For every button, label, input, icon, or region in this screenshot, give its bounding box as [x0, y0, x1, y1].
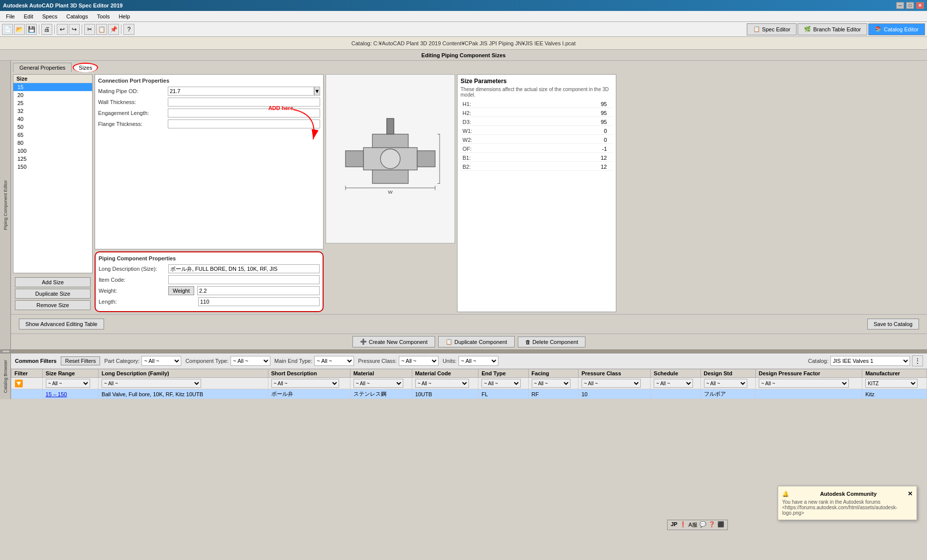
size-item-50[interactable]: 50 [13, 123, 92, 131]
add-size-button[interactable]: Add Size [15, 277, 91, 287]
size-item-20[interactable]: 20 [13, 91, 92, 99]
menu-specs[interactable]: Specs [38, 12, 62, 20]
copy-button[interactable]: 📋 [96, 24, 107, 35]
tab-general-properties[interactable]: General Properties [13, 63, 72, 72]
catalog-editor-button[interactable]: 📚 Catalog Editor [868, 23, 925, 35]
design-pressure-factor-filter-select[interactable]: ~ All ~ [759, 379, 849, 388]
notification-close-button[interactable]: ✕ [908, 490, 913, 497]
print-button[interactable]: 🖨 [41, 24, 52, 35]
catalog-browser-tab[interactable]: Catalog Browser [0, 353, 11, 399]
end-type-filter-select[interactable]: ~ All ~ [481, 379, 521, 388]
manufacturer-filter-select[interactable]: KITZ [865, 379, 918, 388]
help-button[interactable]: ? [123, 24, 134, 35]
mating-od-scroll[interactable]: ▼ [314, 87, 320, 96]
component-type-select[interactable]: ~ All ~ [231, 356, 270, 366]
tab-sizes[interactable]: Sizes [73, 63, 98, 72]
open-button[interactable]: 📂 [14, 24, 25, 35]
col-long-desc[interactable]: Long Description (Family) [99, 369, 268, 378]
maximize-button[interactable]: □ [906, 2, 914, 9]
delete-component-button[interactable]: 🗑 Delete Component [518, 336, 586, 347]
main-end-type-select[interactable]: ~ All ~ [314, 356, 354, 366]
size-item-40[interactable]: 40 [13, 115, 92, 123]
part-category-select[interactable]: ~ All ~ [141, 356, 181, 366]
short-desc-filter-select[interactable]: ~ All ~ [271, 379, 340, 388]
menu-help[interactable]: Help [115, 12, 134, 20]
size-item-150[interactable]: 150 [13, 163, 92, 171]
size-item-15[interactable]: 15 [13, 83, 92, 91]
reset-filters-button[interactable]: Reset Filters [61, 356, 101, 365]
units-select[interactable]: ~ All ~ [459, 356, 498, 366]
material-filter-select[interactable]: ~ All ~ [353, 379, 403, 388]
w2-value: 0 [492, 137, 611, 143]
duplicate-component-button[interactable]: 📋 Duplicate Component [438, 336, 515, 347]
save-button[interactable]: 💾 [26, 24, 37, 35]
weight-button[interactable]: Weight [168, 286, 194, 295]
col-design-std[interactable]: Design Std [700, 369, 756, 378]
undo-button[interactable]: ↩ [57, 24, 68, 35]
size-item-100[interactable]: 100 [13, 147, 92, 155]
tray-icon-chat[interactable]: 💬 [699, 521, 706, 529]
divider-handle[interactable] [2, 350, 10, 353]
long-desc-filter-select[interactable]: ~ All ~ [102, 379, 201, 388]
cut-button[interactable]: ✂ [84, 24, 95, 35]
new-button[interactable]: 📄 [2, 24, 13, 35]
remove-size-button[interactable]: Remove Size [15, 300, 91, 310]
size-item-32[interactable]: 32 [13, 107, 92, 115]
mating-od-input[interactable] [168, 87, 314, 96]
length-input[interactable] [198, 297, 320, 306]
wall-thickness-input[interactable] [168, 98, 320, 107]
col-design-pressure-factor[interactable]: Design Pressure Factor [756, 369, 862, 378]
piping-component-editor-tab[interactable]: Piping Component Editor [1, 178, 10, 232]
show-advanced-editing-table-button[interactable]: Show Advanced Editing Table [19, 319, 104, 330]
design-std-filter-select[interactable]: ~ All ~ [704, 379, 748, 388]
create-new-component-button[interactable]: ➕ Create New Component [352, 336, 435, 347]
col-material[interactable]: Material [350, 369, 412, 378]
col-pressure-class[interactable]: Pressure Class [579, 369, 651, 378]
prop-row-length: Length: [99, 297, 320, 306]
size-item-125[interactable]: 125 [13, 155, 92, 163]
tray-icon-help[interactable]: ❓ [708, 521, 715, 529]
catalog-options-button[interactable]: ⋮ [912, 355, 923, 366]
col-size-range[interactable]: Size Range [42, 369, 98, 378]
item-code-input[interactable] [168, 275, 320, 284]
flange-input[interactable] [168, 119, 320, 128]
paste-button[interactable]: 📌 [108, 24, 119, 35]
tray-icon-bang[interactable]: ❗ [680, 521, 687, 529]
col-short-desc[interactable]: Short Description [268, 369, 350, 378]
duplicate-size-button[interactable]: Duplicate Size [15, 289, 91, 299]
catalog-select[interactable]: JIS IEE Valves 1 [830, 356, 910, 366]
menu-edit[interactable]: Edit [20, 12, 37, 20]
col-facing[interactable]: Facing [528, 369, 578, 378]
facing-filter-select[interactable]: ~ All ~ [532, 379, 571, 388]
size-item-65[interactable]: 65 [13, 131, 92, 139]
weight-input[interactable] [197, 286, 320, 295]
sep4 [121, 24, 121, 34]
table-row[interactable]: 15 – 150 Ball Valve, Full bore, 10K, RF,… [11, 389, 927, 399]
close-button[interactable]: ✕ [916, 2, 924, 9]
redo-button[interactable]: ↪ [69, 24, 80, 35]
b2-label: B2: [463, 164, 492, 170]
w1-value: 0 [492, 128, 611, 134]
engagement-input[interactable] [168, 109, 320, 117]
spec-editor-button[interactable]: 📋 Spec Editor [747, 23, 797, 35]
col-end-type[interactable]: End Type [478, 369, 528, 378]
branch-table-editor-button[interactable]: 🌿 Branch Table Editor [798, 23, 867, 35]
pressure-class-select[interactable]: ~ All ~ [399, 356, 439, 366]
catalog-editor-label: Catalog Editor [884, 26, 919, 32]
size-item-80[interactable]: 80 [13, 139, 92, 147]
menu-tools[interactable]: Tools [93, 12, 114, 20]
material-code-filter-select[interactable]: ~ All ~ [415, 379, 469, 388]
menu-file[interactable]: File [2, 12, 19, 20]
size-range-filter-select[interactable]: ~ All ~ [46, 379, 91, 388]
col-manufacturer[interactable]: Manufacturer [862, 369, 927, 378]
title-bar-controls: ─ □ ✕ [896, 2, 924, 9]
col-material-code[interactable]: Material Code [412, 369, 478, 378]
schedule-filter-select[interactable]: ~ All ~ [654, 379, 693, 388]
col-schedule[interactable]: Schedule [651, 369, 700, 378]
pressure-class-filter-select[interactable]: ~ All ~ [581, 379, 641, 388]
menu-catalogs[interactable]: Catalogs [62, 12, 92, 20]
long-desc-input[interactable] [168, 264, 320, 273]
save-to-catalog-button[interactable]: Save to Catalog [867, 319, 919, 330]
minimize-button[interactable]: ─ [896, 2, 904, 9]
size-item-25[interactable]: 25 [13, 99, 92, 107]
